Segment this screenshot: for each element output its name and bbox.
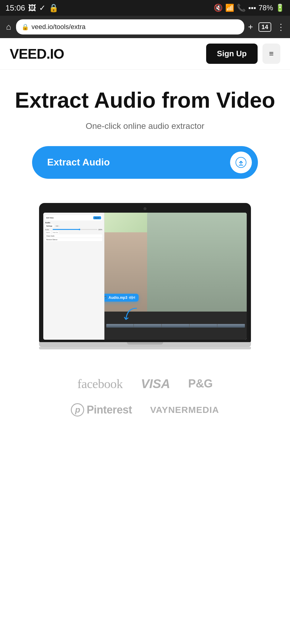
home-button[interactable]: ⌂ bbox=[5, 21, 12, 33]
fade-in[interactable]: Fade In bbox=[45, 231, 51, 234]
battery-level: 78% bbox=[259, 4, 273, 12]
audio-label: Audio bbox=[45, 229, 52, 230]
signal-icon: ▪▪▪ bbox=[248, 4, 256, 12]
laptop-camera bbox=[143, 207, 147, 210]
pinterest-logo: p Pinterest bbox=[71, 403, 132, 417]
waveform bbox=[129, 296, 135, 299]
timeline-thumb-3 bbox=[162, 324, 189, 328]
brands-row-1: facebook VISA P&G bbox=[9, 377, 281, 391]
nav-bar: VEED.IO Sign Up ≡ bbox=[0, 38, 290, 70]
nav-right: Sign Up ≡ bbox=[206, 44, 280, 64]
brands-section: facebook VISA P&G p Pinterest VAYNERMEDI… bbox=[0, 361, 290, 447]
wave-4 bbox=[132, 296, 132, 299]
wifi-icon: 📶 bbox=[225, 4, 234, 12]
video-panel: 🎵 Audio.mp3 bbox=[104, 213, 247, 340]
hamburger-menu-button[interactable]: ≡ bbox=[262, 44, 280, 64]
audio-badge: 🎵 Audio.mp3 bbox=[104, 294, 139, 302]
audio-row: Audio 200% bbox=[45, 229, 102, 230]
new-tab-button[interactable]: + bbox=[248, 22, 253, 32]
tab-count[interactable]: 14 bbox=[259, 22, 271, 32]
mute-icon: 🔇 bbox=[214, 4, 223, 12]
arrow-icon bbox=[121, 307, 140, 322]
slider-fill bbox=[53, 229, 80, 230]
logo[interactable]: VEED.IO bbox=[10, 46, 64, 62]
laptop-base bbox=[39, 342, 251, 347]
editor-topbar: Edit Video Export bbox=[45, 215, 102, 221]
status-bar: 15:06 🖼 ✓ 🔒 🔇 📶 📞 ▪▪▪ 78% 🔋 bbox=[0, 0, 290, 16]
vaynermedia-logo: VAYNERMEDIA bbox=[150, 405, 219, 415]
visa-logo: VISA bbox=[141, 377, 170, 391]
wave-1 bbox=[129, 297, 130, 299]
fade-out[interactable]: Fade Out bbox=[52, 231, 59, 234]
address-bar[interactable]: 🔒 veed.io/tools/extra bbox=[16, 19, 244, 34]
laptop-mockup: Edit Video Export Audio Settings Add→ Au… bbox=[39, 203, 251, 349]
wave-3 bbox=[131, 296, 131, 299]
laptop-notch bbox=[127, 342, 163, 345]
add-tab[interactable]: Add→ bbox=[54, 224, 61, 227]
laptop-foot bbox=[39, 347, 251, 349]
editor-tabs: Settings Add→ bbox=[45, 224, 102, 227]
editor-panel: Edit Video Export Audio Settings Add→ Au… bbox=[43, 213, 104, 340]
laptop-screen-outer: Edit Video Export Audio Settings Add→ Au… bbox=[39, 203, 251, 342]
edit-video-label: Edit Video bbox=[46, 217, 54, 219]
wave-6 bbox=[133, 297, 134, 298]
status-left: 15:06 🖼 ✓ 🔒 bbox=[5, 3, 58, 13]
upload-icon bbox=[236, 157, 246, 168]
audio-val: 200% bbox=[98, 229, 102, 230]
check-icon: ✓ bbox=[39, 3, 46, 13]
timeline-thumb-1 bbox=[106, 324, 134, 328]
brands-row-2: p Pinterest VAYNERMEDIA bbox=[9, 403, 281, 417]
battery-icon: 🔋 bbox=[275, 4, 285, 12]
export-button[interactable]: Export bbox=[93, 216, 101, 219]
wave-5 bbox=[133, 296, 133, 299]
fade-row: Fade In Fade Out bbox=[45, 231, 102, 234]
person-right bbox=[147, 213, 247, 312]
signup-button[interactable]: Sign Up bbox=[206, 44, 258, 64]
vayner-bold: VAYNER bbox=[150, 405, 188, 415]
laptop-section: Edit Video Export Audio Settings Add→ Au… bbox=[0, 191, 290, 361]
extract-audio-button[interactable]: Extract Audio bbox=[32, 146, 258, 179]
call-icon: 📞 bbox=[237, 4, 246, 12]
audio-slider[interactable] bbox=[53, 229, 97, 230]
clean-audio-label: Clean Audio bbox=[46, 235, 54, 237]
wave-2 bbox=[130, 296, 130, 299]
audio-filename: Audio.mp3 bbox=[109, 296, 127, 300]
browser-menu-button[interactable]: ⋮ bbox=[277, 22, 285, 32]
wave-7 bbox=[134, 296, 135, 299]
laptop-screen-inner: Edit Video Export Audio Settings Add→ Au… bbox=[43, 213, 247, 340]
timeline-thumb-4 bbox=[189, 324, 217, 328]
hero-title: Extract Audio from Video bbox=[12, 88, 278, 113]
timeline-strip bbox=[106, 324, 245, 328]
timeline-thumb-2 bbox=[134, 324, 161, 328]
lock-status-icon: 🔒 bbox=[49, 3, 58, 13]
settings-tab[interactable]: Settings bbox=[45, 224, 54, 227]
clean-audio-btn[interactable]: Clean Audio bbox=[45, 234, 102, 237]
cta-label: Extract Audio bbox=[47, 157, 110, 168]
hero-subtitle: One-click online audio extractor bbox=[12, 121, 278, 131]
lock-icon: 🔒 bbox=[21, 23, 29, 31]
photo-icon: 🖼 bbox=[28, 3, 36, 13]
pg-logo: P&G bbox=[188, 377, 213, 390]
upload-icon-circle bbox=[230, 152, 252, 173]
browser-chrome: ⌂ 🔒 veed.io/tools/extra + 14 ⋮ bbox=[0, 16, 290, 38]
remove-silence-btn[interactable]: Remove Silence bbox=[45, 238, 102, 241]
status-right: 🔇 📶 📞 ▪▪▪ 78% 🔋 bbox=[214, 4, 285, 12]
timeline-thumb-5 bbox=[217, 324, 245, 328]
facebook-logo: facebook bbox=[77, 377, 123, 391]
audio-panel-title: Audio bbox=[45, 222, 102, 224]
pinterest-circle: p bbox=[71, 403, 84, 417]
remove-silence-label: Remove Silence bbox=[46, 239, 57, 240]
hero-section: Extract Audio from Video One-click onlin… bbox=[0, 70, 290, 191]
url-text: veed.io/tools/extra bbox=[31, 23, 86, 31]
music-note-icon: 🎵 bbox=[104, 296, 107, 300]
time: 15:06 bbox=[5, 3, 25, 13]
browser-actions: + 14 ⋮ bbox=[248, 22, 285, 32]
slider-dot bbox=[79, 229, 80, 230]
